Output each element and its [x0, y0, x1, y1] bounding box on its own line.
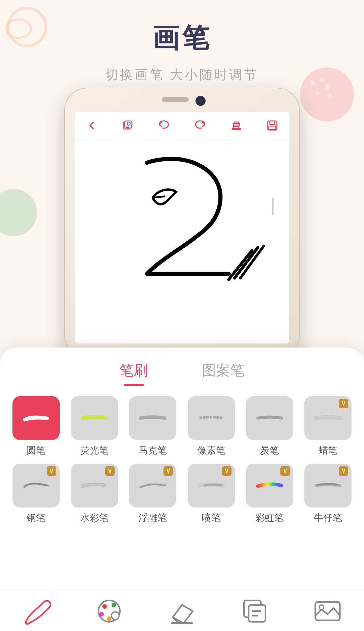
nav-gallery[interactable]	[311, 598, 344, 625]
brush-item-ink[interactable]: V 钢笔	[10, 464, 62, 524]
brush-item-marker[interactable]: 马克笔	[127, 396, 179, 457]
brush-box-charcoal	[246, 396, 293, 440]
brush-label-wax: 蜡笔	[318, 444, 337, 457]
phone-screen	[75, 112, 289, 344]
undo-button[interactable]	[155, 117, 173, 134]
tab-brush[interactable]: 笔刷	[120, 361, 148, 386]
redo-button[interactable]	[191, 117, 209, 134]
brush-box-ink: V	[12, 464, 60, 507]
brush-label-pixel: 像素笔	[197, 444, 225, 457]
brush-label-charcoal: 炭笔	[260, 444, 279, 457]
svg-point-4	[328, 93, 332, 98]
main-bottom-nav	[0, 591, 364, 631]
phone-speaker	[162, 97, 189, 102]
brush-label-emboss: 浮雕笔	[139, 512, 167, 524]
brush-item-spray[interactable]: V 喷笔	[185, 464, 237, 524]
main-content: 画笔 切换画笔 大小随时调节	[0, 0, 364, 631]
svg-rect-9	[270, 121, 275, 125]
phone-mockup	[64, 88, 300, 358]
brush-item-emboss[interactable]: V 浮雕笔	[127, 464, 179, 524]
premium-badge-watercolor: V	[105, 466, 115, 476]
brush-item-rainbow[interactable]: V	[244, 464, 295, 524]
brush-box-pixel	[188, 396, 235, 440]
brush-box-denim: V	[304, 464, 352, 507]
svg-point-17	[99, 612, 104, 616]
brush-label-highlight: 荧光笔	[80, 444, 109, 457]
brush-label-marker: 马克笔	[139, 444, 167, 457]
nav-palette[interactable]	[92, 598, 126, 625]
nav-layers[interactable]	[238, 598, 272, 625]
phone-camera	[195, 96, 206, 106]
brush-box-wax: V	[304, 396, 352, 440]
brush-box-emboss: V	[129, 464, 176, 507]
brush-label-round: 圆笔	[27, 444, 46, 457]
svg-point-13	[102, 604, 107, 609]
nav-brush[interactable]	[20, 598, 53, 625]
brush-box-spray: V	[188, 464, 235, 507]
premium-badge-ink: V	[47, 466, 56, 476]
page-subtitle: 切换画笔 大小随时调节	[0, 66, 364, 83]
brush-item-highlight[interactable]: 荧光笔	[68, 396, 120, 457]
bg-decoration-mid-left	[0, 189, 37, 236]
svg-rect-10	[269, 126, 276, 130]
brush-item-round[interactable]: 圆笔	[10, 396, 62, 457]
brush-item-pixel[interactable]: 像素笔	[185, 396, 237, 457]
brush-label-watercolor: 水彩笔	[80, 512, 109, 524]
premium-badge-emboss: V	[163, 466, 173, 476]
brush-section: 笔刷 图案笔 圆笔	[0, 348, 364, 631]
premium-badge-rainbow: V	[280, 466, 290, 476]
brush-item-wax[interactable]: V 蜡笔	[302, 396, 354, 457]
app-toolbar	[75, 112, 289, 139]
brush-box-round	[12, 396, 60, 440]
nav-eraser[interactable]	[165, 598, 199, 625]
svg-point-3	[315, 91, 319, 95]
page-title: 画笔	[0, 0, 364, 57]
svg-rect-21	[249, 605, 266, 622]
brush-box-marker	[129, 396, 176, 440]
brush-label-denim: 牛仔笔	[314, 512, 342, 524]
svg-point-18	[112, 612, 119, 620]
clear-button[interactable]	[228, 117, 245, 134]
back-button[interactable]	[83, 117, 100, 134]
tab-pattern[interactable]: 图案笔	[202, 361, 244, 386]
brush-box-watercolor: V	[71, 464, 118, 507]
svg-point-14	[112, 603, 116, 607]
svg-rect-19	[171, 622, 193, 624]
brush-label-spray: 喷笔	[202, 512, 221, 524]
brush-grid-row2: V 钢笔 V 水彩笔	[0, 457, 364, 524]
svg-point-16	[107, 616, 112, 621]
premium-badge-spray: V	[222, 466, 232, 476]
drawing-canvas[interactable]	[75, 139, 289, 344]
brush-item-watercolor[interactable]: V 水彩笔	[68, 464, 120, 524]
premium-badge-denim: V	[339, 466, 348, 476]
premium-badge-wax: V	[339, 399, 348, 408]
brush-tabs: 笔刷 图案笔	[0, 348, 364, 386]
phone-frame	[64, 88, 300, 358]
brush-label-rainbow: 彩虹笔	[255, 512, 284, 524]
layer-button[interactable]	[119, 117, 136, 134]
brush-label-ink: 钢笔	[27, 512, 46, 524]
brush-box-rainbow: V	[246, 464, 293, 507]
svg-rect-11	[272, 198, 274, 215]
brush-item-charcoal[interactable]: 炭笔	[244, 396, 295, 457]
brush-box-highlight	[71, 396, 118, 440]
svg-point-2	[325, 84, 330, 89]
brush-item-denim[interactable]: V 牛仔笔	[302, 464, 354, 524]
save-button[interactable]	[264, 117, 281, 134]
brush-grid-row1: 圆笔 荧光笔 马克笔	[0, 386, 364, 457]
